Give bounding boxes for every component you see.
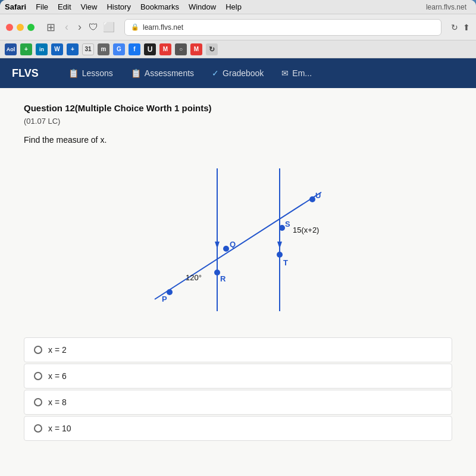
svg-point-15 (277, 252, 283, 258)
menu-bookmarks[interactable]: Bookmarks (140, 2, 179, 11)
ext-linkedin-icon[interactable]: in (36, 43, 48, 55)
flvs-logo: FLVS (12, 67, 39, 80)
back-button[interactable]: ‹ (62, 20, 71, 35)
svg-marker-4 (277, 242, 282, 249)
radio-3[interactable] (34, 398, 42, 406)
ext-w-icon[interactable]: W (51, 43, 63, 55)
url-text: learn.flvs.net (143, 23, 183, 32)
svg-text:S: S (285, 220, 290, 228)
lock-icon: 🔒 (131, 23, 139, 31)
ext-g-icon[interactable]: G (113, 43, 125, 55)
svg-text:T: T (283, 258, 288, 267)
shield-icon: 🛡 (89, 22, 98, 33)
assessments-label: Assessments (145, 68, 194, 78)
ext-m2-icon[interactable]: M (159, 43, 171, 55)
ext-g2-icon[interactable]: M (190, 43, 202, 55)
svg-point-17 (309, 196, 315, 202)
choice-1-label: x = 2 (48, 345, 67, 355)
menu-history[interactable]: History (107, 2, 130, 11)
nav-email[interactable]: ✉ Em... (281, 68, 312, 78)
email-label: Em... (292, 68, 312, 78)
svg-point-5 (167, 289, 173, 295)
browser-window: Safari File Edit View History Bookmarks … (0, 0, 476, 476)
minimize-button[interactable] (17, 24, 24, 31)
svg-point-9 (214, 270, 220, 275)
assessments-icon: 📋 (131, 68, 141, 78)
menu-bar: Safari File Edit View History Bookmarks … (0, 0, 476, 14)
menu-url: learn.flvs.net (426, 3, 466, 11)
radio-2[interactable] (34, 372, 42, 380)
menu-edit[interactable]: Edit (58, 2, 71, 11)
answer-choices: x = 2 x = 6 x = 8 x = 10 (24, 337, 452, 441)
gradebook-label: Gradebook (223, 68, 264, 78)
desktop: Safari File Edit View History Bookmarks … (0, 0, 476, 476)
menu-help[interactable]: Help (226, 2, 242, 11)
sidebar-toggle-button[interactable]: ⊞ (44, 20, 58, 35)
share-icon[interactable]: ⬆ (463, 23, 470, 32)
traffic-lights (6, 24, 35, 31)
choice-4[interactable]: x = 10 (24, 416, 452, 441)
main-content: Question 12(Multiple Choice Worth 1 poin… (0, 88, 476, 476)
svg-text:Q: Q (230, 240, 236, 249)
geometry-diagram: P Q R 120° S 15(x+2) T (137, 156, 339, 323)
svg-point-12 (279, 225, 285, 231)
ext-m-icon[interactable]: m (98, 43, 109, 55)
ext-calendar-icon[interactable]: 31 (82, 43, 94, 55)
choice-2-label: x = 6 (48, 371, 67, 381)
choice-3-label: x = 8 (48, 397, 67, 407)
forward-button[interactable]: › (76, 20, 84, 35)
choice-2[interactable]: x = 6 (24, 364, 452, 389)
maximize-button[interactable] (27, 24, 35, 31)
ext-u-icon[interactable]: U (144, 43, 156, 55)
menu-file[interactable]: File (36, 2, 48, 11)
ext-aol-icon[interactable]: Aol (5, 43, 17, 55)
nav-assessments[interactable]: 📋 Assessments (131, 68, 194, 78)
ext-refresh-icon[interactable]: ↻ (206, 43, 218, 55)
question-type: (Multiple Choice Worth 1 points) (75, 103, 212, 113)
question-prompt: Find the measure of x. (24, 135, 452, 145)
svg-text:P: P (162, 295, 167, 303)
svg-text:R: R (220, 274, 226, 283)
svg-point-7 (223, 246, 229, 252)
lessons-icon: 📋 (68, 68, 79, 78)
choice-1[interactable]: x = 2 (24, 337, 452, 362)
ext-circle-icon[interactable]: ○ (175, 43, 187, 55)
svg-text:15(x+2): 15(x+2) (293, 226, 319, 234)
gradebook-check-icon: ✓ (212, 68, 219, 78)
nav-lessons[interactable]: 📋 Lessons (68, 68, 113, 78)
page-icon: ⬜ (103, 21, 115, 33)
address-bar[interactable]: 🔒 learn.flvs.net (124, 19, 441, 36)
flvs-nav: FLVS 📋 Lessons 📋 Assessments ✓ Gradebook… (0, 58, 476, 88)
question-code: (01.07 LC) (24, 117, 452, 126)
svg-text:120°: 120° (186, 273, 202, 282)
svg-marker-3 (215, 242, 220, 249)
question-number: Question 12 (24, 103, 75, 113)
choice-4-label: x = 10 (48, 424, 71, 433)
menu-window[interactable]: Window (189, 2, 216, 11)
radio-1[interactable] (34, 346, 42, 354)
question-header: Question 12(Multiple Choice Worth 1 poin… (24, 103, 452, 113)
email-icon: ✉ (281, 68, 289, 78)
svg-text:U: U (315, 191, 321, 200)
close-button[interactable] (6, 24, 13, 31)
menu-safari[interactable]: Safari (5, 2, 26, 11)
toolbar: ⊞ ‹ › 🛡 ⬜ 🔒 learn.flvs.net ↻ ⬆ (0, 14, 476, 40)
tab-bar: Aol + in W + 31 m G f U M ○ M ↻ (0, 40, 476, 58)
ext-plus2-icon[interactable]: + (67, 43, 79, 55)
svg-line-0 (155, 192, 321, 299)
choice-3[interactable]: x = 8 (24, 390, 452, 415)
ext-facebook-icon[interactable]: f (129, 43, 140, 55)
lessons-label: Lessons (82, 68, 113, 78)
radio-4[interactable] (34, 424, 42, 433)
diagram-container: P Q R 120° S 15(x+2) T (137, 156, 339, 323)
refresh-icon[interactable]: ↻ (451, 23, 458, 32)
menu-view[interactable]: View (81, 2, 98, 11)
ext-plus-icon[interactable]: + (20, 43, 32, 55)
nav-gradebook[interactable]: ✓ Gradebook (212, 68, 264, 78)
